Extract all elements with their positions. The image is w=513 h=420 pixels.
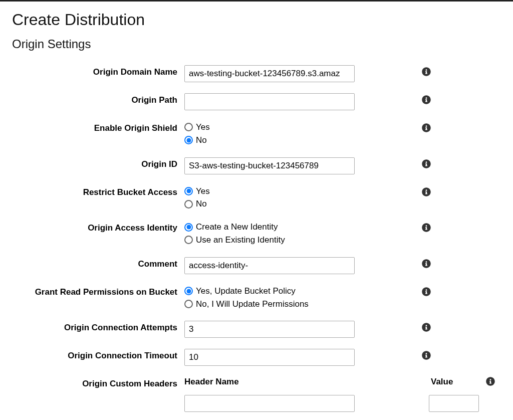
- info-icon[interactable]: [422, 287, 431, 298]
- section-title: Origin Settings: [12, 37, 501, 51]
- origin-connection-timeout-label: Origin Connection Timeout: [12, 349, 177, 361]
- enable-origin-shield-no-option[interactable]: No: [184, 134, 355, 146]
- origin-domain-name-label: Origin Domain Name: [12, 65, 177, 77]
- enable-origin-shield-no-radio[interactable]: [184, 136, 193, 144]
- origin-connection-timeout-input[interactable]: [184, 349, 355, 366]
- info-icon[interactable]: [422, 223, 431, 234]
- origin-connection-attempts-input[interactable]: [184, 321, 355, 338]
- comment-input[interactable]: [184, 257, 355, 274]
- info-icon[interactable]: [422, 95, 431, 106]
- restrict-bucket-access-yes-radio[interactable]: [184, 187, 193, 195]
- header-name-column-title: Header Name: [184, 377, 355, 387]
- enable-origin-shield-row: Enable Origin Shield Yes No: [12, 121, 501, 146]
- origin-domain-name-row: Origin Domain Name: [12, 65, 501, 82]
- origin-custom-headers-row: Origin Custom Headers Header Name Value: [12, 377, 501, 412]
- origin-id-label: Origin ID: [12, 157, 177, 169]
- radio-label: Yes, Update Bucket Policy: [196, 285, 296, 297]
- origin-domain-name-input[interactable]: [184, 65, 355, 82]
- origin-path-label: Origin Path: [12, 93, 177, 105]
- radio-label: No: [196, 198, 207, 210]
- origin-access-identity-use-option[interactable]: Use an Existing Identity: [184, 234, 355, 246]
- restrict-bucket-access-no-radio[interactable]: [184, 200, 193, 208]
- radio-label: Yes: [196, 121, 210, 133]
- origin-settings-form: Origin Domain Name Origin Path Enable Or…: [12, 65, 501, 412]
- origin-path-row: Origin Path: [12, 93, 501, 110]
- origin-access-identity-row: Origin Access Identity Create a New Iden…: [12, 221, 501, 246]
- enable-origin-shield-label: Enable Origin Shield: [12, 121, 177, 133]
- page-title: Create Distribution: [12, 11, 501, 29]
- info-icon[interactable]: [486, 379, 495, 387]
- grant-read-permissions-yes-option[interactable]: Yes, Update Bucket Policy: [184, 285, 355, 297]
- restrict-bucket-access-no-option[interactable]: No: [184, 198, 355, 210]
- radio-label: Create a New Identity: [196, 221, 278, 233]
- restrict-bucket-access-yes-option[interactable]: Yes: [184, 185, 355, 197]
- radio-label: No: [196, 134, 207, 146]
- grant-read-permissions-label: Grant Read Permissions on Bucket: [12, 285, 177, 297]
- origin-connection-attempts-row: Origin Connection Attempts: [12, 321, 501, 338]
- info-icon[interactable]: [422, 67, 431, 78]
- radio-label: No, I Will Update Permissions: [196, 298, 309, 310]
- header-name-input[interactable]: [184, 395, 355, 412]
- origin-access-identity-label: Origin Access Identity: [12, 221, 177, 233]
- origin-connection-timeout-row: Origin Connection Timeout: [12, 349, 501, 366]
- enable-origin-shield-yes-option[interactable]: Yes: [184, 121, 355, 133]
- info-icon[interactable]: [422, 187, 431, 198]
- radio-label: Yes: [196, 185, 210, 197]
- origin-access-identity-create-option[interactable]: Create a New Identity: [184, 221, 355, 233]
- grant-read-permissions-yes-radio[interactable]: [184, 287, 193, 295]
- origin-connection-attempts-label: Origin Connection Attempts: [12, 321, 177, 333]
- origin-path-input[interactable]: [184, 93, 355, 110]
- radio-label: Use an Existing Identity: [196, 234, 285, 246]
- origin-id-input[interactable]: [184, 157, 355, 174]
- info-icon[interactable]: [422, 159, 431, 170]
- info-icon[interactable]: [422, 351, 431, 362]
- info-icon[interactable]: [422, 323, 431, 334]
- header-value-input[interactable]: [429, 395, 479, 412]
- value-column-title: Value: [429, 377, 479, 387]
- restrict-bucket-access-label: Restrict Bucket Access: [12, 185, 177, 197]
- comment-label: Comment: [12, 257, 177, 269]
- grant-read-permissions-no-radio[interactable]: [184, 300, 193, 308]
- origin-access-identity-create-radio[interactable]: [184, 223, 193, 232]
- grant-read-permissions-row: Grant Read Permissions on Bucket Yes, Up…: [12, 285, 501, 310]
- origin-custom-headers-label: Origin Custom Headers: [12, 377, 177, 389]
- info-icon[interactable]: [422, 123, 431, 134]
- enable-origin-shield-yes-radio[interactable]: [184, 123, 193, 131]
- restrict-bucket-access-row: Restrict Bucket Access Yes No: [12, 185, 501, 211]
- origin-access-identity-use-radio[interactable]: [184, 236, 193, 244]
- grant-read-permissions-no-option[interactable]: No, I Will Update Permissions: [184, 298, 355, 310]
- info-icon[interactable]: [422, 259, 431, 270]
- origin-id-row: Origin ID: [12, 157, 501, 174]
- comment-row: Comment: [12, 257, 501, 274]
